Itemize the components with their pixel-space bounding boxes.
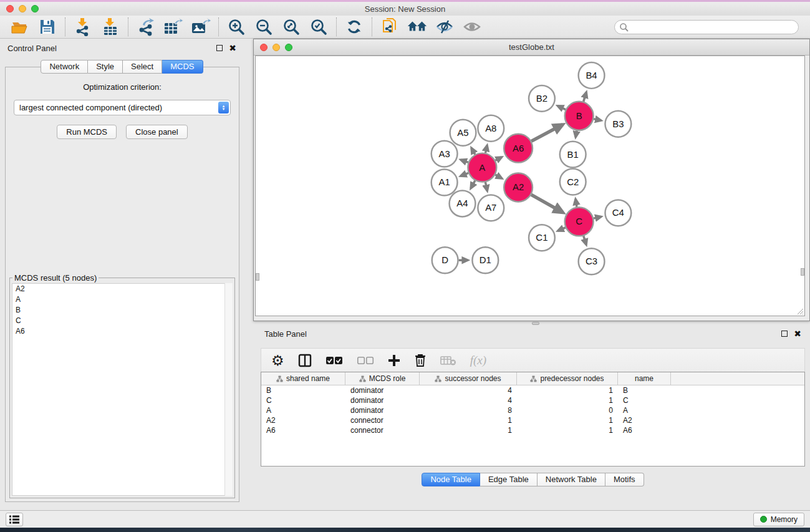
node-A2[interactable]: A2 bbox=[504, 173, 533, 202]
add-column-icon[interactable] bbox=[388, 354, 400, 367]
node-B4[interactable]: B4 bbox=[579, 62, 605, 89]
column-header-name[interactable]: name bbox=[618, 372, 671, 385]
mcds-list-scrollbar[interactable] bbox=[224, 283, 233, 496]
network-window-titlebar[interactable]: testGlobe.txt bbox=[254, 39, 809, 56]
delete-table-icon[interactable] bbox=[440, 355, 456, 366]
table-row[interactable]: A6connector11A6 bbox=[261, 425, 804, 435]
zoom-selected-icon[interactable] bbox=[309, 17, 329, 36]
edge-A-A5[interactable] bbox=[471, 148, 475, 154]
edge-B-B1[interactable] bbox=[576, 130, 577, 137]
edge-B-B2[interactable] bbox=[557, 106, 566, 110]
zoom-fit-icon[interactable] bbox=[281, 17, 301, 36]
edge-A6-B[interactable] bbox=[531, 125, 562, 142]
node-A[interactable]: A bbox=[468, 153, 496, 182]
save-session-icon[interactable] bbox=[37, 17, 57, 36]
memory-button[interactable]: Memory bbox=[753, 513, 804, 526]
node-A1[interactable]: A1 bbox=[432, 170, 458, 196]
network-canvas[interactable]: B4B2BB3A5A8A6A3AB1A1C2A2A4A7CC4C1C3DD1 bbox=[255, 56, 805, 316]
window-resize-grip[interactable] bbox=[795, 306, 804, 315]
edge-C-C1[interactable] bbox=[557, 228, 565, 231]
edge-C-C4[interactable] bbox=[594, 216, 601, 218]
tab-network[interactable]: Network bbox=[41, 60, 88, 74]
tab-motifs[interactable]: Motifs bbox=[605, 473, 644, 486]
network-graph[interactable]: B4B2BB3A5A8A6A3AB1A1C2A2A4A7CC4C1C3DD1 bbox=[256, 56, 804, 316]
node-A4[interactable]: A4 bbox=[450, 190, 476, 216]
node-B1[interactable]: B1 bbox=[560, 142, 586, 168]
node-A7[interactable]: A7 bbox=[478, 195, 504, 221]
edge-A-A4[interactable] bbox=[471, 181, 475, 188]
node-A6[interactable]: A6 bbox=[504, 134, 533, 163]
mcds-result-item[interactable]: A bbox=[12, 294, 232, 305]
zoom-in-icon[interactable] bbox=[226, 17, 246, 36]
tab-node-table[interactable]: Node Table bbox=[422, 473, 480, 486]
table-row[interactable]: Adominator80A bbox=[261, 405, 804, 415]
import-table-icon[interactable] bbox=[100, 17, 120, 36]
node-D1[interactable]: D1 bbox=[472, 247, 498, 273]
export-table-icon[interactable] bbox=[163, 17, 183, 36]
node-C1[interactable]: C1 bbox=[529, 225, 555, 251]
node-A5[interactable]: A5 bbox=[450, 120, 476, 146]
node-B[interactable]: B bbox=[565, 102, 594, 130]
export-network-icon[interactable] bbox=[136, 17, 156, 36]
column-header-successor-nodes[interactable]: successor nodes bbox=[420, 372, 517, 385]
node-C3[interactable]: C3 bbox=[579, 248, 605, 274]
node-C2[interactable]: C2 bbox=[560, 169, 586, 195]
mcds-result-item[interactable]: B bbox=[12, 305, 232, 316]
hide-selected-eye-icon[interactable] bbox=[435, 17, 455, 36]
node-A8[interactable]: A8 bbox=[478, 115, 504, 142]
node-D[interactable]: D bbox=[432, 247, 458, 273]
node-B3[interactable]: B3 bbox=[605, 111, 631, 137]
edge-C-C2[interactable] bbox=[576, 199, 577, 207]
column-header-shared-name[interactable]: shared name bbox=[261, 372, 345, 385]
mcds-result-list[interactable]: A2ABCA6 bbox=[12, 283, 233, 496]
close-panel-button[interactable]: Close panel bbox=[126, 125, 188, 139]
node-C4[interactable]: C4 bbox=[605, 200, 631, 226]
column-header-predecessor-nodes[interactable]: predecessor nodes bbox=[517, 372, 618, 385]
edge-C-C3[interactable] bbox=[584, 236, 586, 244]
edge-A-A3[interactable] bbox=[461, 160, 468, 162]
mcds-result-item[interactable]: A2 bbox=[12, 284, 232, 294]
node-C[interactable]: C bbox=[565, 207, 594, 236]
export-image-icon[interactable] bbox=[191, 17, 211, 36]
float-table-panel-icon[interactable] bbox=[781, 331, 788, 337]
edge-A-A8[interactable] bbox=[486, 145, 488, 153]
edge-A2-C[interactable] bbox=[531, 195, 563, 213]
column-view-icon[interactable] bbox=[298, 354, 312, 367]
edge-A-A6[interactable] bbox=[495, 157, 501, 161]
edge-A-A7[interactable] bbox=[485, 182, 487, 191]
select-all-checkboxes-icon[interactable] bbox=[325, 356, 343, 365]
table-row[interactable]: Bdominator41B bbox=[261, 385, 804, 395]
deselect-all-checkboxes-icon[interactable] bbox=[357, 356, 374, 365]
home-layout-icon[interactable] bbox=[407, 17, 427, 36]
edge-A-A1[interactable] bbox=[461, 173, 469, 176]
show-eye-icon[interactable] bbox=[462, 17, 482, 36]
edge-A-A2[interactable] bbox=[495, 175, 502, 178]
run-mcds-button[interactable]: Run MCDS bbox=[57, 125, 117, 139]
tab-mcds[interactable]: MCDS bbox=[162, 60, 203, 74]
tab-select[interactable]: Select bbox=[123, 60, 162, 74]
canvas-right-handle[interactable] bbox=[801, 268, 804, 276]
mcds-result-item[interactable]: A6 bbox=[12, 326, 232, 337]
column-header-MCDS-role[interactable]: MCDS role bbox=[345, 372, 420, 385]
task-history-button[interactable] bbox=[6, 513, 23, 526]
close-table-panel-icon[interactable]: ✖ bbox=[794, 331, 801, 337]
edge-B-B4[interactable] bbox=[584, 92, 587, 102]
open-file-icon[interactable] bbox=[10, 17, 30, 36]
table-row[interactable]: A2connector11A2 bbox=[261, 415, 804, 425]
refresh-icon[interactable] bbox=[344, 17, 364, 36]
tab-edge-table[interactable]: Edge Table bbox=[480, 473, 538, 486]
settings-gear-icon[interactable]: ⚙ bbox=[271, 354, 284, 368]
tab-network-table[interactable]: Network Table bbox=[538, 473, 605, 486]
search-input[interactable] bbox=[614, 20, 799, 34]
node-A3[interactable]: A3 bbox=[432, 141, 458, 167]
zoom-out-icon[interactable] bbox=[254, 17, 274, 36]
clone-network-icon[interactable] bbox=[380, 17, 400, 36]
function-builder-icon[interactable]: f(x) bbox=[470, 354, 486, 367]
delete-column-icon[interactable] bbox=[414, 354, 427, 367]
close-panel-icon[interactable]: ✖ bbox=[229, 45, 236, 51]
canvas-left-handle[interactable] bbox=[256, 273, 259, 281]
float-panel-icon[interactable] bbox=[216, 45, 223, 51]
table-row[interactable]: Cdominator41C bbox=[261, 395, 804, 405]
tab-style[interactable]: Style bbox=[88, 60, 123, 74]
node-B2[interactable]: B2 bbox=[529, 85, 555, 112]
